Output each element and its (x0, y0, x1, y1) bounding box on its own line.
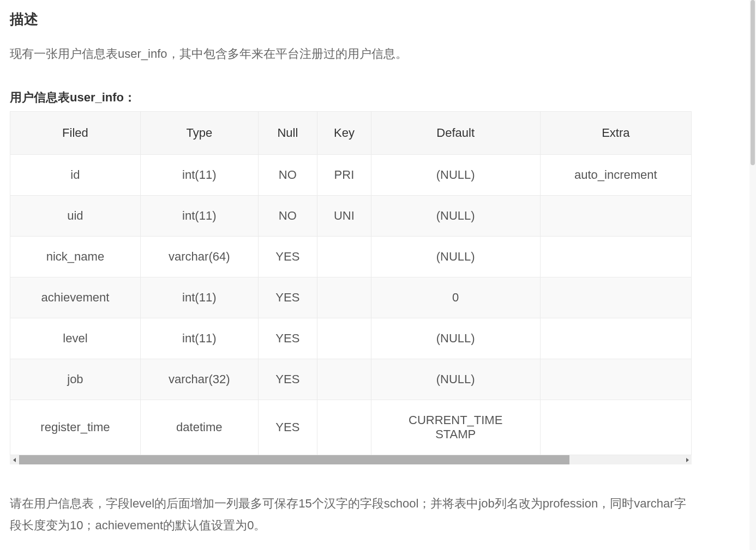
table-title: 用户信息表user_info： (10, 89, 692, 106)
table-cell: int(11) (140, 196, 258, 237)
horizontal-scrollbar[interactable] (10, 455, 692, 464)
svg-marker-0 (13, 458, 16, 462)
content-wrapper: 描述 现有一张用户信息表user_info，其中包含多年来在平台注册过的用户信息… (10, 10, 692, 536)
table-cell: varchar(64) (140, 237, 258, 277)
user-info-table: Filed Type Null Key Default Extra idint(… (10, 111, 692, 455)
table-cell (540, 318, 691, 359)
table-container: Filed Type Null Key Default Extra idint(… (10, 111, 692, 464)
table-cell: YES (258, 237, 317, 277)
table-header-row: Filed Type Null Key Default Extra (10, 112, 692, 155)
table-row: idint(11)NOPRI(NULL)auto_increment (10, 155, 692, 196)
vertical-scrollbar-thumb[interactable] (751, 0, 755, 165)
table-cell: level (10, 318, 141, 359)
scrollbar-thumb[interactable] (19, 455, 569, 464)
table-cell: YES (258, 318, 317, 359)
table-cell: (NULL) (371, 196, 540, 237)
table-cell (540, 400, 691, 455)
col-header-extra: Extra (540, 112, 691, 155)
table-cell: nick_name (10, 237, 141, 277)
table-body: idint(11)NOPRI(NULL)auto_incrementuidint… (10, 155, 692, 455)
description-text: 现有一张用户信息表user_info，其中包含多年来在平台注册过的用户信息。 (10, 44, 692, 63)
col-header-null: Null (258, 112, 317, 155)
table-row: jobvarchar(32)YES(NULL) (10, 359, 692, 400)
col-header-filed: Filed (10, 112, 141, 155)
col-header-default: Default (371, 112, 540, 155)
section-title: 描述 (10, 10, 692, 29)
table-cell: job (10, 359, 141, 400)
table-cell: register_time (10, 400, 141, 455)
table-row: uidint(11)NOUNI(NULL) (10, 196, 692, 237)
table-cell (317, 277, 371, 318)
table-cell (317, 237, 371, 277)
table-cell: NO (258, 155, 317, 196)
table-cell: (NULL) (371, 237, 540, 277)
table-cell: NO (258, 196, 317, 237)
scroll-right-arrow-icon[interactable] (682, 455, 692, 464)
table-row: levelint(11)YES(NULL) (10, 318, 692, 359)
table-cell (540, 359, 691, 400)
table-cell: (NULL) (371, 359, 540, 400)
svg-marker-1 (686, 458, 689, 462)
table-cell: id (10, 155, 141, 196)
table-cell: UNI (317, 196, 371, 237)
table-cell: int(11) (140, 318, 258, 359)
table-cell: (NULL) (371, 155, 540, 196)
table-cell: (NULL) (371, 318, 540, 359)
table-cell (317, 318, 371, 359)
table-cell: YES (258, 277, 317, 318)
table-cell: PRI (317, 155, 371, 196)
table-cell: 0 (371, 277, 540, 318)
scrollbar-track[interactable] (19, 455, 682, 464)
scroll-left-arrow-icon[interactable] (10, 455, 19, 464)
col-header-key: Key (317, 112, 371, 155)
table-cell: int(11) (140, 155, 258, 196)
table-cell: YES (258, 400, 317, 455)
instruction-text: 请在用户信息表，字段level的后面增加一列最多可保存15个汉字的字段schoo… (10, 493, 692, 536)
table-cell: CURRENT_TIMESTAMP (371, 400, 540, 455)
table-cell (540, 237, 691, 277)
table-cell: YES (258, 359, 317, 400)
table-cell: int(11) (140, 277, 258, 318)
table-cell (540, 277, 691, 318)
table-cell: auto_increment (540, 155, 691, 196)
table-cell: varchar(32) (140, 359, 258, 400)
table-row: nick_namevarchar(64)YES(NULL) (10, 237, 692, 277)
table-row: achievementint(11)YES0 (10, 277, 692, 318)
col-header-type: Type (140, 112, 258, 155)
table-cell (317, 400, 371, 455)
table-cell: datetime (140, 400, 258, 455)
table-cell (540, 196, 691, 237)
table-cell (317, 359, 371, 400)
table-cell: achievement (10, 277, 141, 318)
table-cell: uid (10, 196, 141, 237)
vertical-scrollbar[interactable] (749, 0, 756, 546)
table-row: register_timedatetimeYESCURRENT_TIMESTAM… (10, 400, 692, 455)
